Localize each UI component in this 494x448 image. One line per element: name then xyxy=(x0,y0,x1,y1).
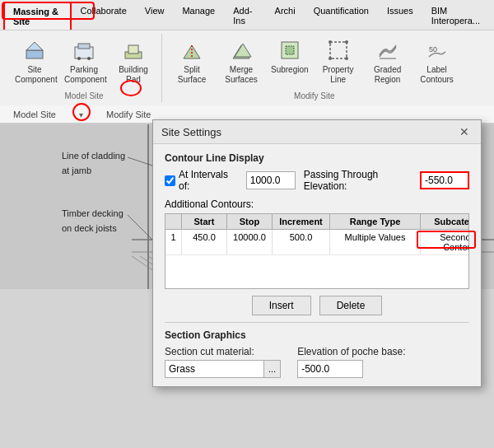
strip-expand-icon[interactable]: ▾ xyxy=(79,110,83,119)
dialog-body: Contour Line Display At Intervals of: Pa… xyxy=(153,144,481,386)
svg-marker-1 xyxy=(26,42,43,50)
td-increment: 500.0 xyxy=(273,230,330,254)
svg-text:50: 50 xyxy=(429,45,437,54)
split-surface-button[interactable]: Split Surface xyxy=(169,35,215,86)
site-component-button[interactable]: Site Component xyxy=(12,35,58,86)
td-stop: 10000.0 xyxy=(227,230,273,254)
dialog-close-button[interactable]: ✕ xyxy=(456,125,473,138)
svg-point-17 xyxy=(329,57,332,60)
section-graphics-title: Section Graphics xyxy=(165,329,469,341)
section-cut-label: Section cut material: xyxy=(165,346,281,357)
label-contours-label: Label Contours xyxy=(417,65,457,85)
section-graphics-form: Section cut material: ... Elevation of p… xyxy=(165,346,469,378)
modify-site-group-label: Modify Site xyxy=(294,90,334,100)
annotation-cladding-line1: Line of cladding xyxy=(62,149,125,164)
dialog-title: Site Settings xyxy=(161,126,221,138)
section-cut-input-group: ... xyxy=(165,360,281,378)
elevation-label: Elevation of poche base: xyxy=(297,346,405,357)
tab-addins[interactable]: Add-Ins xyxy=(224,2,265,30)
annotation-cladding: Line of cladding at jamb xyxy=(62,149,125,178)
tab-quantification[interactable]: Quantification xyxy=(305,2,378,30)
at-intervals-input[interactable] xyxy=(246,171,296,189)
at-intervals-checkbox-label[interactable]: At Intervals of: xyxy=(165,169,238,192)
th-num xyxy=(165,214,182,229)
insert-button[interactable]: Insert xyxy=(252,296,311,315)
elevation-input[interactable] xyxy=(297,360,363,378)
building-pad-label: Building Pad xyxy=(114,65,153,85)
tab-massing-site[interactable]: Massing & Site xyxy=(3,2,72,30)
graded-region-button[interactable]: Graded Region xyxy=(365,35,411,86)
site-component-label: Site Component xyxy=(15,65,54,85)
th-increment: Increment xyxy=(273,214,330,229)
parking-component-label: Parking Component xyxy=(64,65,104,85)
ribbon-group-modify-site: Split Surface Merge Surfaces Subregion xyxy=(164,34,465,102)
building-pad-button[interactable]: Building Pad xyxy=(110,35,156,86)
ribbon-tabs: Massing & Site Collaborate View Manage A… xyxy=(0,0,494,30)
table-empty-area xyxy=(165,255,468,288)
contour-section-title: Contour Line Display xyxy=(165,152,469,164)
parking-component-icon xyxy=(71,37,97,63)
ribbon-content: Site Component Parking Component Buildin… xyxy=(0,30,494,105)
separator xyxy=(165,322,469,323)
annotation-decking-line2: on deck joists xyxy=(62,222,124,236)
split-surface-label: Split Surface xyxy=(172,65,212,85)
svg-rect-3 xyxy=(78,44,90,49)
label-contours-button[interactable]: 50 Label Contours xyxy=(414,35,460,86)
annotation-decking: Timber decking on deck joists xyxy=(62,207,124,236)
tab-collaborate[interactable]: Collaborate xyxy=(72,2,136,30)
building-pad-icon xyxy=(120,37,147,63)
svg-rect-0 xyxy=(26,50,43,58)
ribbon-modify-site-buttons: Split Surface Merge Surfaces Subregion xyxy=(169,35,460,86)
tab-manage[interactable]: Manage xyxy=(173,2,224,30)
split-surface-icon xyxy=(179,37,205,63)
svg-point-5 xyxy=(87,57,91,60)
svg-rect-7 xyxy=(128,45,138,54)
svg-point-16 xyxy=(345,40,348,44)
dialog-titlebar: Site Settings ✕ xyxy=(153,120,481,144)
passing-through-input[interactable] xyxy=(420,171,469,189)
section-cut-input[interactable] xyxy=(165,360,263,378)
section-cut-field: Section cut material: ... xyxy=(165,346,281,378)
section-cut-browse-button[interactable]: ... xyxy=(263,360,281,378)
passing-through-group: Passing Through Elevation: xyxy=(304,169,469,192)
svg-point-18 xyxy=(345,57,348,60)
delete-button[interactable]: Delete xyxy=(319,296,383,315)
th-stop: Stop xyxy=(227,214,273,229)
property-line-button[interactable]: Property Line xyxy=(315,35,361,86)
property-line-label: Property Line xyxy=(319,65,358,85)
btn-row: Insert Delete xyxy=(165,296,469,315)
site-component-icon xyxy=(21,37,48,63)
td-start: 450.0 xyxy=(182,230,227,254)
passing-through-label: Passing Through Elevation: xyxy=(304,169,415,192)
graded-region-icon xyxy=(375,37,401,63)
graded-region-label: Graded Region xyxy=(368,65,408,85)
model-site-group-label: Model Site xyxy=(64,90,103,100)
th-subcategory: Subcategory xyxy=(421,214,469,229)
td-subcategory: Secondary Contours xyxy=(421,230,469,254)
at-intervals-checkbox[interactable] xyxy=(165,175,175,186)
additional-contours-table: Start Stop Increment Range Type Subcateg… xyxy=(165,213,469,289)
tab-issues[interactable]: Issues xyxy=(378,2,422,30)
th-range-type: Range Type xyxy=(330,214,421,229)
parking-component-button[interactable]: Parking Component xyxy=(61,35,107,86)
elevation-field: Elevation of poche base: xyxy=(297,346,405,378)
svg-point-4 xyxy=(77,57,81,60)
subregion-icon xyxy=(277,37,303,63)
merge-surfaces-label: Merge Surfaces xyxy=(221,65,261,85)
tab-bim[interactable]: BIM Interopera... xyxy=(422,2,491,30)
additional-contours-label: Additional Contours: xyxy=(165,198,469,210)
annotation-decking-line1: Timber decking xyxy=(62,207,124,222)
tab-archi[interactable]: Archi xyxy=(266,2,305,30)
site-settings-dialog: Site Settings ✕ Contour Line Display At … xyxy=(152,119,482,387)
strip-modify-site[interactable]: Modify Site xyxy=(100,110,157,119)
subregion-button[interactable]: Subregion xyxy=(268,35,312,86)
table-row[interactable]: 1 450.0 10000.0 500.0 Multiple Values Se… xyxy=(165,230,468,255)
contour-row: At Intervals of: Passing Through Elevati… xyxy=(165,169,469,192)
strip-model-site[interactable]: Model Site xyxy=(7,110,63,119)
td-num: 1 xyxy=(165,230,182,254)
at-intervals-label: At Intervals of: xyxy=(179,169,238,192)
td-range-type: Multiple Values xyxy=(330,230,421,254)
svg-rect-14 xyxy=(330,42,347,58)
merge-surfaces-button[interactable]: Merge Surfaces xyxy=(218,35,264,86)
tab-view[interactable]: View xyxy=(136,2,174,30)
